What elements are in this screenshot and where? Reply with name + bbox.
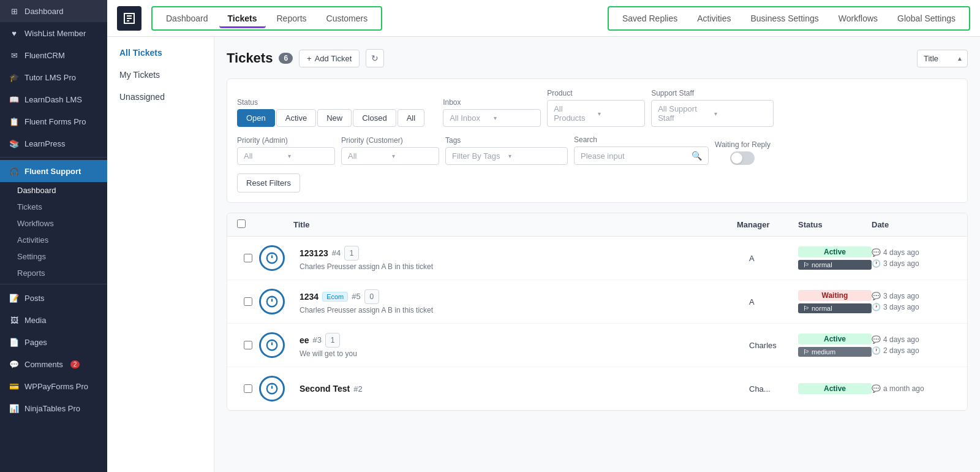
sidebar-item-pages[interactable]: 📄 Pages	[0, 331, 107, 353]
row3-checkbox[interactable]	[244, 341, 252, 349]
table-row[interactable]: 1234 Ecom #5 0 Charles Preusser assign A…	[227, 280, 967, 324]
priority-customer-select[interactable]: All ▾	[341, 147, 439, 165]
table-row[interactable]: ee #3 1 We will get to you Charles Activ…	[227, 324, 967, 367]
nav-business-settings[interactable]: Business Settings	[742, 9, 827, 28]
tags-select[interactable]: Filter By Tags ▾	[445, 147, 568, 165]
ticket-power-icon-2	[259, 289, 285, 314]
row2-num: #5	[352, 292, 360, 301]
select-all-checkbox[interactable]	[237, 219, 246, 228]
title-sort[interactable]: Title Date Status Priority	[917, 50, 968, 67]
sidebar-item-dashboard[interactable]: ⊞ Dashboard	[0, 0, 107, 22]
comment-icon-2: 💬	[872, 292, 881, 300]
row4-name: Second Test	[300, 384, 350, 394]
sidebar-item-ninjatables[interactable]: 📊 NinjaTables Pro	[0, 397, 107, 419]
heart-icon: ♥	[9, 28, 20, 39]
row2-checkbox[interactable]	[244, 297, 252, 306]
support-staff-select[interactable]: All Support Staff ▾	[651, 100, 774, 127]
nav-saved-replies[interactable]: Saved Replies	[614, 9, 686, 28]
sidebar-item-tutorlms[interactable]: 🎓 Tutor LMS Pro	[0, 66, 107, 88]
sidebar-item-fluentsupport[interactable]: 🎧 Fluent Support	[0, 160, 107, 182]
row-checkbox-1	[237, 254, 259, 262]
product-label: Product	[547, 89, 645, 97]
search-input[interactable]	[581, 151, 688, 161]
status-all[interactable]: All	[398, 109, 424, 127]
row-checkbox-4	[237, 384, 259, 393]
left-panel-my-tickets[interactable]: My Tickets	[107, 64, 214, 86]
left-panel-all-tickets[interactable]: All Tickets	[107, 42, 214, 64]
sidebar-item-learndash[interactable]: 📖 LearnDash LMS	[0, 88, 107, 110]
row1-status-cell: Active 🏳 normal	[798, 246, 872, 270]
row2-reply-count: 0	[364, 289, 379, 304]
left-panel-unassigned[interactable]: Unassigned	[107, 86, 214, 108]
nav-tickets[interactable]: Tickets	[219, 9, 266, 28]
sidebar-item-fluentforms[interactable]: 📋 Fluent Forms Pro	[0, 110, 107, 132]
nav-reports[interactable]: Reports	[268, 9, 315, 28]
app-logo	[117, 6, 141, 31]
row4-checkbox[interactable]	[244, 384, 252, 393]
sidebar: ⊞ Dashboard ♥ WishList Member ✉ FluentCR…	[0, 0, 107, 472]
sidebar-item-fluentcrm[interactable]: ✉ FluentCRM	[0, 44, 107, 66]
sidebar-divider2	[0, 284, 107, 284]
sidebar-sub-dashboard[interactable]: Dashboard	[0, 182, 107, 199]
reset-filters-button[interactable]: Reset Filters	[237, 173, 300, 192]
product-select[interactable]: All Products ▾	[547, 100, 645, 127]
inbox-chevron: ▾	[494, 115, 534, 121]
clock-icon-2: 🕐	[872, 303, 881, 311]
add-ticket-button[interactable]: + Add Ticket	[299, 50, 360, 67]
row3-num: #3	[313, 335, 322, 344]
priority-admin-placeholder: All	[244, 151, 284, 161]
row1-title-row: 123123 #4 1	[300, 246, 737, 261]
row4-date-cell: 💬 a month ago	[872, 384, 957, 393]
sidebar-item-wppayforms[interactable]: 💳 WPPayForms Pro	[0, 375, 107, 397]
status-buttons: Open Active New Closed All	[237, 109, 424, 127]
filter-row-1: Status Open Active New Closed All Inbox …	[237, 89, 957, 127]
search-input-wrapper[interactable]: 🔍	[574, 147, 709, 165]
sidebar-sub-reports[interactable]: Reports	[0, 265, 107, 281]
row2-status-cell: Waiting 🏳 normal	[798, 290, 872, 313]
refresh-button[interactable]: ↻	[366, 49, 384, 67]
topnav-group1: Dashboard Tickets Reports Customers	[151, 6, 382, 31]
status-open[interactable]: Open	[237, 109, 275, 127]
filter-row-2: Priority (Admin) All ▾ Priority (Custome…	[237, 135, 957, 165]
sidebar-sub-activities[interactable]: Activities	[0, 232, 107, 248]
sidebar-item-learnpress[interactable]: 📚 LearnPress	[0, 132, 107, 154]
media-icon: 🖼	[9, 314, 20, 325]
sort-select[interactable]: Title Date Status Priority	[917, 50, 968, 67]
inbox-select[interactable]: All Inbox ▾	[443, 109, 541, 127]
nav-customers[interactable]: Customers	[318, 9, 377, 28]
priority-admin-select[interactable]: All ▾	[237, 147, 335, 165]
status-closed[interactable]: Closed	[353, 109, 396, 127]
support-staff-chevron: ▾	[714, 110, 767, 117]
table-row[interactable]: 123123 #4 1 Charles Preusser assign A B …	[227, 237, 967, 280]
row1-checkbox[interactable]	[244, 254, 252, 262]
waiting-reply-toggle[interactable]	[730, 151, 755, 165]
table-row[interactable]: Second Test #2 Cha... Active 💬 a month a…	[227, 367, 967, 410]
row2-desc: Charles Preusser assign A B in this tick…	[300, 306, 737, 314]
row1-num: #4	[332, 248, 341, 257]
row1-name: 123123	[300, 248, 328, 258]
plus-icon: +	[307, 54, 312, 63]
sidebar-item-comments[interactable]: 💬 Comments 2	[0, 353, 107, 375]
nav-workflows[interactable]: Workflows	[830, 9, 886, 28]
nav-global-settings[interactable]: Global Settings	[889, 9, 964, 28]
status-new[interactable]: New	[317, 109, 352, 127]
nav-dashboard[interactable]: Dashboard	[157, 9, 217, 28]
status-active[interactable]: Active	[276, 109, 316, 127]
ticket-power-icon-4	[259, 376, 285, 402]
clock-icon: 🕐	[872, 259, 881, 268]
status-filter-group: Status Open Active New Closed All	[237, 98, 424, 127]
sidebar-sub-tickets[interactable]: Tickets	[0, 199, 107, 215]
row1-manager: A	[737, 254, 798, 263]
sidebar-item-posts[interactable]: 📝 Posts	[0, 287, 107, 309]
header-checkbox	[237, 219, 259, 230]
sidebar-sub-settings[interactable]: Settings	[0, 248, 107, 265]
comment-icon-4: 💬	[872, 384, 881, 393]
filter-row-3: Reset Filters	[237, 173, 957, 192]
row1-priority-badge: 🏳 normal	[798, 260, 872, 270]
nav-activities[interactable]: Activities	[688, 9, 739, 28]
logo-icon	[122, 11, 137, 26]
sidebar-item-wishlist[interactable]: ♥ WishList Member	[0, 22, 107, 44]
sidebar-item-media[interactable]: 🖼 Media	[0, 309, 107, 331]
sidebar-sub-workflows[interactable]: Workflows	[0, 215, 107, 232]
comment-icon-3: 💬	[872, 335, 881, 344]
